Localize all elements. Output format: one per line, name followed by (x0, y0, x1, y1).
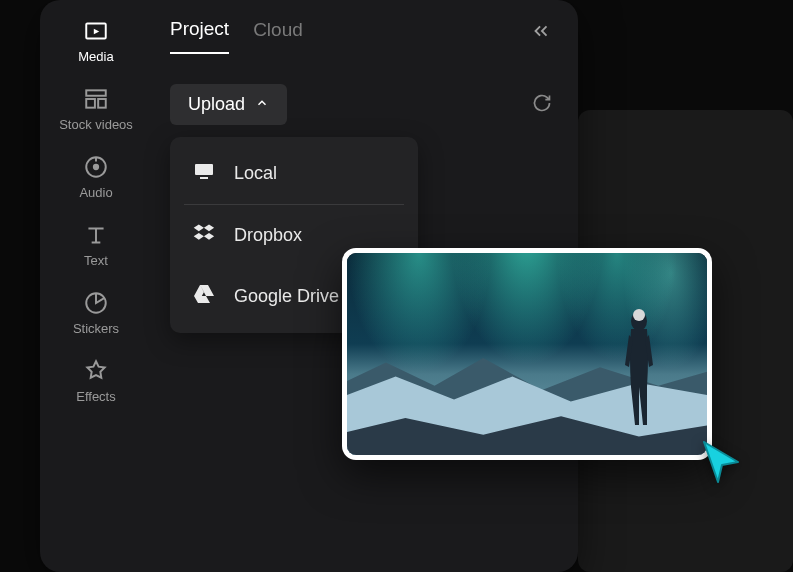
tab-cloud[interactable]: Cloud (253, 19, 303, 53)
collapse-panel-button[interactable] (530, 20, 552, 46)
stock-videos-icon (83, 86, 109, 112)
sidebar-item-text[interactable]: Text (83, 222, 109, 268)
refresh-button[interactable] (532, 93, 552, 117)
stickers-icon (83, 290, 109, 316)
upload-option-label: Google Drive (234, 286, 339, 307)
google-drive-icon (192, 282, 216, 311)
text-icon (83, 222, 109, 248)
monitor-icon (192, 159, 216, 188)
svg-point-5 (94, 165, 98, 169)
svg-rect-1 (86, 90, 106, 95)
sidebar-item-label: Stickers (73, 321, 119, 336)
upload-button[interactable]: Upload (170, 84, 287, 125)
svg-rect-7 (195, 164, 213, 175)
upload-option-label: Dropbox (234, 225, 302, 246)
sidebar-item-effects[interactable]: Effects (76, 358, 116, 404)
panel-tabs: Project Cloud (170, 18, 552, 54)
sidebar-item-label: Stock videos (59, 117, 133, 132)
chevron-up-icon (255, 94, 269, 115)
sidebar-item-stickers[interactable]: Stickers (73, 290, 119, 336)
media-thumbnail[interactable] (342, 248, 712, 460)
audio-icon (83, 154, 109, 180)
sidebar-item-audio[interactable]: Audio (79, 154, 112, 200)
svg-rect-2 (86, 99, 95, 108)
svg-point-10 (633, 309, 645, 321)
svg-rect-8 (200, 177, 208, 179)
sidebar-item-media[interactable]: Media (78, 18, 113, 64)
cursor-icon (698, 438, 746, 490)
sidebar-item-label: Media (78, 49, 113, 64)
upload-option-local[interactable]: Local (170, 143, 418, 204)
upload-option-label: Local (234, 163, 277, 184)
dropbox-icon (192, 221, 216, 250)
svg-rect-3 (98, 99, 106, 108)
effects-icon (83, 358, 109, 384)
sidebar-item-label: Audio (79, 185, 112, 200)
upload-button-label: Upload (188, 94, 245, 115)
sidebar-item-stock-videos[interactable]: Stock videos (59, 86, 133, 132)
thumbnail-image (347, 253, 707, 455)
panel-toolbar: Upload (170, 84, 552, 125)
sidebar-item-label: Effects (76, 389, 116, 404)
tab-project[interactable]: Project (170, 18, 229, 54)
sidebar-item-label: Text (84, 253, 108, 268)
left-sidebar: Media Stock videos Audio Text Stickers (40, 0, 152, 572)
media-icon (83, 18, 109, 44)
